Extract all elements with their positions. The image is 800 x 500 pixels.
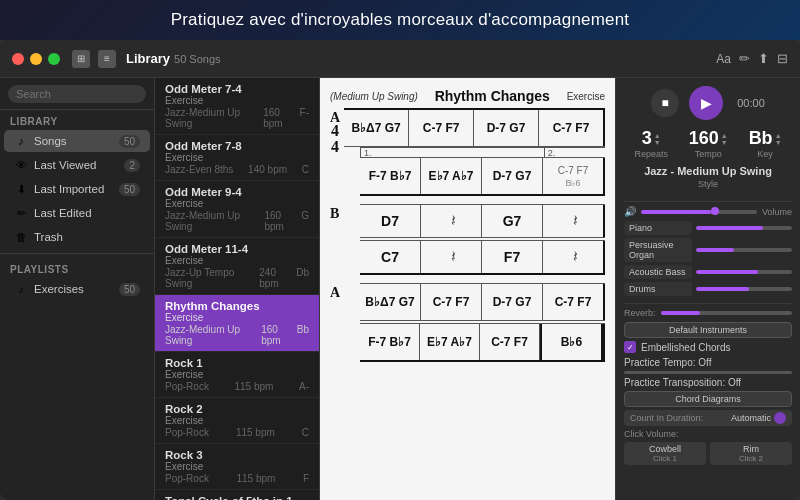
list-item[interactable]: Rhythm Changes Exercise Jazz-Medium Up S… [155,295,319,352]
song-bpm: 240 bpm [259,267,296,289]
measure-cell: C-7 F7 [409,110,474,146]
song-count: 50 Songs [174,53,220,65]
sidebar-item-exercises[interactable]: ♪ Exercises 50 [4,278,150,300]
list-item[interactable]: Tonal Cycle of 5ths in 12 Keys Exercise … [155,490,319,500]
sidebar-item-last-imported[interactable]: ⬇ Last Imported 50 [4,178,150,200]
songs-count: 50 [119,135,140,148]
click2-button[interactable]: Rim Click 2 [710,442,792,465]
default-instruments-button[interactable]: Default Instruments [624,322,792,338]
piano-slider[interactable] [696,226,792,230]
list-item[interactable]: Rock 1 Exercise Pop-Rock 115 bpm A- [155,352,319,398]
measure-cell: B♭Δ7 G7 [360,284,421,320]
measure-cell: F-7 B♭7 [360,324,420,360]
mixer-track-organ: Persuasive Organ [624,238,792,262]
sidebar-item-trash[interactable]: 🗑 Trash [4,226,150,248]
list-item[interactable]: Odd Meter 7-8 Exercise Jazz-Even 8ths 14… [155,135,319,181]
search-container [0,78,154,110]
song-key: C [302,164,309,175]
share-icon[interactable]: ⬆ [758,51,769,66]
click-row: Cowbell Click 1 Rim Click 2 [624,442,792,465]
click1-button[interactable]: Cowbell Click 1 [624,442,706,465]
search-input[interactable] [8,85,146,103]
list-view-icon[interactable]: ≡ [98,50,116,68]
measure-cell: C-7 F7 [539,110,605,146]
sheet-title: Rhythm Changes [418,88,567,104]
list-item[interactable]: Rock 2 Exercise Pop-Rock 115 bpm C [155,398,319,444]
click1-top: Cowbell [628,444,702,454]
count-in-label: Count In Duration: [630,413,703,423]
time-sig-bottom: 4 [331,139,339,155]
song-bpm: 160 bpm [261,324,297,346]
key-arrows[interactable]: ▲▼ [775,132,782,146]
mixer-track-drums: Drums [624,282,792,296]
song-subtitle: Exercise [165,415,309,426]
menu-icon[interactable]: ⊟ [777,51,788,66]
volume-icon: 🔊 [624,206,636,217]
playlists-section-label: Playlists [0,258,154,277]
last-imported-icon: ⬇ [14,182,28,196]
purple-pill-icon[interactable] [774,412,786,424]
library-section-label: Library [0,110,154,129]
song-subtitle: Exercise [165,369,309,380]
tempo-label: Tempo [695,149,722,159]
chord-diagrams-button[interactable]: Chord Diagrams [624,391,792,407]
stop-button[interactable]: ■ [651,89,679,117]
maximize-button[interactable] [48,53,60,65]
grid-view-icon[interactable]: ⊞ [72,50,90,68]
list-item[interactable]: Odd Meter 9-4 Exercise Jazz-Medium Up Sw… [155,181,319,238]
song-style: Pop-Rock [165,473,209,484]
measure-cell: 𝄽 [543,241,605,273]
banner-text: Pratiquez avec d'incroyables morceaux d'… [171,10,630,29]
app-window: ⊞ ≡ Library 50 Songs Aa ✏ ⬆ ⊟ Library ♪ … [0,40,800,500]
exercises-label: Exercises [34,283,119,295]
click-volume-label: Click Volume: [624,429,679,439]
drums-slider[interactable] [696,287,792,291]
song-title: Rock 1 [165,357,309,369]
ending-2-label: 2. [548,148,556,158]
close-button[interactable] [12,53,24,65]
divider [624,201,792,202]
repeats-arrows[interactable]: ▲▼ [654,132,661,146]
section-a2-label: A [330,285,340,301]
measure-cell: C-7 F7 B♭6 [543,158,605,194]
bass-slider[interactable] [696,270,792,274]
practice-tempo: Practice Tempo: Off [624,357,711,368]
song-title: Rock 2 [165,403,309,415]
song-style: Jazz-Even 8ths [165,164,233,175]
play-button[interactable]: ▶ [689,86,723,120]
list-item[interactable]: Odd Meter 11-4 Exercise Jazz-Up Tempo Sw… [155,238,319,295]
song-key: F- [300,107,309,129]
tempo-arrows[interactable]: ▲▼ [721,132,728,146]
song-title: Odd Meter 7-8 [165,140,309,152]
measure-cell: C7 [360,241,421,273]
piano-label: Piano [624,221,692,235]
sheet-type: Exercise [567,91,605,102]
measure-cell: F7 [482,241,543,273]
window-controls [12,53,60,65]
song-key: G [301,210,309,232]
sidebar-item-last-viewed[interactable]: 👁 Last Viewed 2 [4,154,150,176]
font-icon[interactable]: Aa [716,52,731,66]
ending-1-label: 1. [364,148,372,158]
title-bar-right-icons: Aa ✏ ⬆ ⊟ [716,51,788,66]
embellished-chords-checkbox[interactable]: ✓ [624,341,636,353]
sidebar-item-last-edited[interactable]: ✏ Last Edited [4,202,150,224]
measure-cell: D-7 G7 [474,110,539,146]
drums-fill [696,287,749,291]
transport: ■ ▶ 00:00 [624,86,792,120]
list-item[interactable]: Rock 3 Exercise Pop-Rock 115 bpm F [155,444,319,490]
sidebar-item-songs[interactable]: ♪ Songs 50 [4,130,150,152]
trash-label: Trash [34,231,140,243]
library-title: Library [126,51,170,66]
practice-transposition-row: Practice Transposition: Off [624,377,792,388]
piano-fill [696,226,763,230]
edit-icon[interactable]: ✏ [739,51,750,66]
click-volume-row: Click Volume: [624,429,792,439]
list-item[interactable]: Odd Meter 7-4 Exercise Jazz-Medium Up Sw… [155,78,319,135]
minimize-button[interactable] [30,53,42,65]
organ-slider[interactable] [696,248,792,252]
volume-slider-fill [641,210,711,214]
volume-slider-thumb[interactable] [711,207,719,215]
tempo-value: 160 [689,128,719,149]
last-viewed-label: Last Viewed [34,159,124,171]
